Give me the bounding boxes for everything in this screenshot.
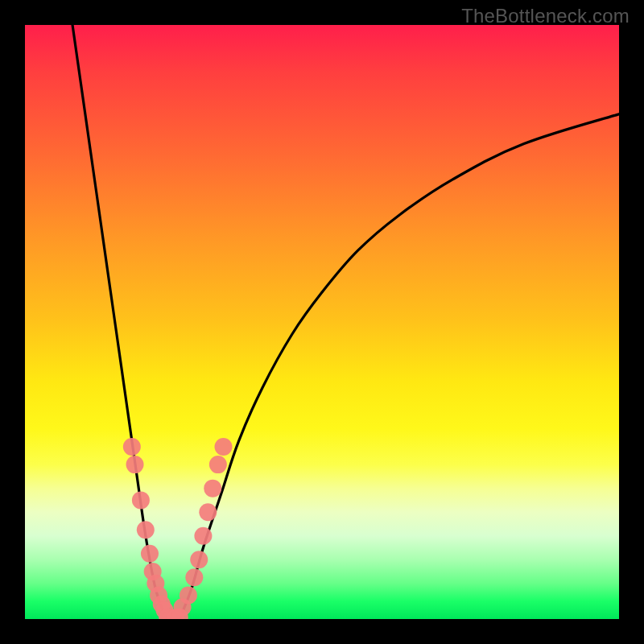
chart-svg: [25, 25, 619, 619]
data-marker: [180, 586, 197, 604]
data-marker: [123, 438, 141, 456]
data-marker: [132, 491, 150, 509]
watermark-text: TheBottleneck.com: [461, 5, 630, 27]
data-marker: [185, 568, 203, 586]
data-marker: [137, 521, 155, 539]
data-marker: [126, 456, 144, 473]
chart-frame: TheBottleneck.com: [0, 0, 644, 644]
data-marker: [199, 503, 217, 521]
data-marker: [204, 480, 221, 497]
data-marker: [194, 527, 212, 545]
marker-layer: [123, 438, 233, 619]
plot-area: [25, 25, 619, 619]
data-marker: [214, 438, 232, 456]
curve-layer: [72, 25, 619, 619]
data-marker: [209, 456, 227, 473]
data-marker: [190, 551, 208, 568]
data-marker: [141, 545, 159, 563]
curve-right-branch: [180, 114, 619, 619]
